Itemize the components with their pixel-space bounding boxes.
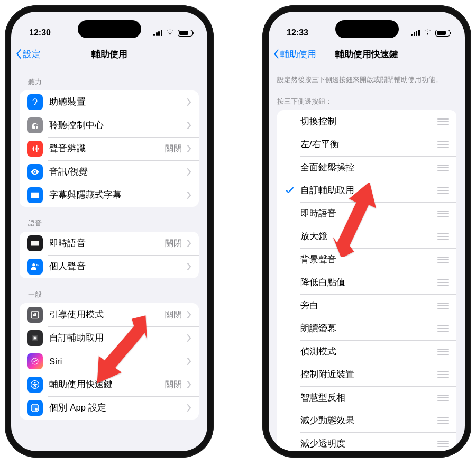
settings-row[interactable]: 個人聲音 [20, 255, 199, 278]
shortcut-row[interactable]: 全面鍵盤操控 [277, 156, 456, 179]
eye-icon [27, 164, 43, 180]
checkmark-icon [285, 208, 295, 219]
checkmark-icon [285, 300, 295, 311]
row-value: 關閉 [165, 238, 182, 249]
settings-row[interactable]: 助聽裝置 [20, 90, 199, 114]
checkmark-icon [285, 369, 295, 380]
status-icons [153, 30, 193, 37]
shortcut-title: 智慧型反相 [300, 392, 437, 404]
shortcut-title: 降低白點值 [300, 277, 437, 288]
shortcut-title: 控制附近裝置 [300, 369, 437, 380]
shortcut-title: 旁白 [300, 300, 437, 312]
nav-back-button[interactable]: 設定 [15, 42, 41, 66]
shortcut-row[interactable]: 朗讀螢幕 [277, 317, 456, 340]
shortcut-title: 全面鍵盤操控 [300, 162, 437, 174]
drag-handle-icon[interactable] [437, 233, 449, 240]
row-title: 字幕與隱藏式字幕 [49, 189, 182, 201]
drag-handle-icon[interactable] [437, 141, 449, 148]
drag-handle-icon[interactable] [437, 441, 449, 447]
shortcut-row[interactable]: 切換控制 [277, 110, 456, 133]
shortcut-row[interactable]: 放大鏡 [277, 225, 456, 248]
settings-row[interactable]: 自訂輔助取用 [20, 326, 199, 350]
settings-row[interactable]: 輔助使用快速鍵關閉 [20, 373, 199, 396]
row-title: 即時語音 [49, 238, 161, 249]
drag-handle-icon[interactable] [437, 187, 449, 194]
chevron-right-icon [187, 145, 191, 152]
navbar: 設定 輔助使用 [11, 42, 207, 66]
nav-title: 輔助使用 [91, 48, 127, 60]
screen-left: 12:30 設定 輔助使用 聽力助聽裝置聆聽控制中心 [11, 12, 207, 451]
nav-back-button[interactable]: 輔助使用 [273, 42, 316, 66]
shortcut-title: 減少動態效果 [300, 415, 437, 426]
shortcut-row[interactable]: 智慧型反相 [277, 386, 456, 409]
shortcut-row[interactable]: 控制附近裝置 [277, 363, 456, 386]
dynamic-island [78, 20, 141, 38]
drag-handle-icon[interactable] [437, 395, 449, 401]
settings-row[interactable]: 個別 App 設定 [20, 396, 199, 420]
drag-handle-icon[interactable] [437, 211, 449, 217]
status-time: 12:33 [287, 28, 308, 38]
drag-handle-icon[interactable] [437, 279, 449, 286]
drag-handle-icon[interactable] [437, 349, 449, 355]
settings-row[interactable]: 字幕與隱藏式字幕 [20, 184, 199, 207]
status-time: 12:30 [29, 28, 51, 38]
drag-handle-icon[interactable] [437, 118, 449, 125]
settings-row[interactable]: 音訊/視覺 [20, 160, 199, 184]
settings-row[interactable]: 即時語音關閉 [20, 232, 199, 255]
settings-row[interactable]: 引導使用模式關閉 [20, 303, 199, 326]
shortcut-list-container[interactable]: 切換控制左/右平衡全面鍵盤操控自訂輔助取用即時語音放大鏡背景聲音降低白點值旁白朗… [269, 110, 465, 451]
lock-square-icon [27, 307, 43, 323]
drag-handle-icon[interactable] [437, 303, 449, 309]
section-header: 聽力 [20, 66, 199, 90]
shortcut-title: 減少透明度 [300, 438, 437, 450]
phone-left: 12:30 設定 輔助使用 聽力助聽裝置聆聽控制中心 [5, 5, 214, 458]
section-header: 一般 [20, 278, 199, 303]
drag-handle-icon[interactable] [437, 417, 449, 424]
shortcut-row[interactable]: 左/右平衡 [277, 133, 456, 156]
settings-row[interactable]: 聆聽控制中心 [20, 114, 199, 137]
status-icons [411, 30, 450, 37]
row-value: 關閉 [165, 379, 182, 390]
shortcut-row[interactable]: 偵測模式 [277, 340, 456, 363]
chevron-right-icon [187, 311, 191, 318]
checkmark-icon [285, 277, 295, 288]
content-right: 輔助使用 輔助使用快速鍵 設定然後按三下側邊按鈕來開啟或關閉輔助使用功能。 按三… [269, 42, 465, 451]
row-title: 聲音辨識 [49, 143, 161, 154]
drag-handle-icon[interactable] [437, 257, 449, 263]
ear-icon [27, 94, 43, 110]
checkmark-icon [285, 415, 295, 426]
settings-row[interactable]: 聲音辨識關閉 [20, 137, 199, 160]
row-title: 引導使用模式 [49, 309, 161, 321]
row-value: 關閉 [165, 309, 182, 321]
assistive-icon [27, 330, 43, 346]
shortcut-row[interactable]: 減少動態效果 [277, 409, 456, 432]
chevron-right-icon [187, 404, 191, 412]
wifi-icon [166, 30, 175, 36]
settings-group: 引導使用模式關閉自訂輔助取用Siri輔助使用快速鍵關閉個別 App 設定 [20, 303, 199, 420]
shortcut-row[interactable]: 即時語音 [277, 202, 456, 225]
settings-row[interactable]: Siri [20, 350, 199, 373]
shortcut-row[interactable]: 減少透明度 [277, 432, 456, 451]
section-header: 語音 [20, 207, 199, 232]
wifi-icon [424, 30, 432, 36]
settings-list[interactable]: 聽力助聽裝置聆聽控制中心聲音辨識關閉音訊/視覺字幕與隱藏式字幕語音即時語音關閉個… [11, 66, 207, 430]
shortcut-row[interactable]: 旁白 [277, 294, 456, 317]
drag-handle-icon[interactable] [437, 325, 449, 332]
shortcut-row[interactable]: 背景聲音 [277, 248, 456, 271]
shortcut-row[interactable]: 自訂輔助取用 [277, 179, 456, 202]
caption-icon [27, 187, 43, 203]
chevron-right-icon [187, 192, 191, 199]
drag-handle-icon[interactable] [437, 371, 449, 378]
checkmark-icon [285, 185, 295, 196]
person-voice-icon [27, 259, 43, 275]
drag-handle-icon[interactable] [437, 165, 449, 171]
checkmark-icon [285, 116, 295, 127]
content-left: 設定 輔助使用 聽力助聽裝置聆聽控制中心聲音辨識關閉音訊/視覺字幕與隱藏式字幕語… [11, 42, 207, 451]
checkmark-icon [285, 162, 295, 173]
shortcut-row[interactable]: 降低白點值 [277, 271, 456, 294]
waveform-icon [27, 141, 43, 157]
shortcut-title: 左/右平衡 [300, 139, 437, 150]
chevron-right-icon [187, 98, 191, 106]
row-title: 自訂輔助取用 [49, 332, 182, 344]
cellular-icon [153, 30, 163, 36]
